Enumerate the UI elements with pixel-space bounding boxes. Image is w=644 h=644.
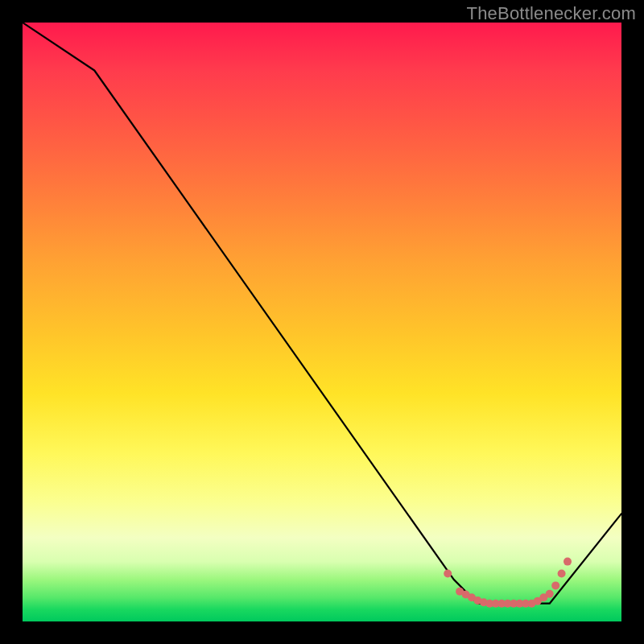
curve-svg — [23, 23, 621, 621]
sweet-spot-dot — [564, 558, 572, 566]
attribution-text: TheBottlenecker.com — [467, 3, 636, 24]
sweet-spot-dot — [558, 570, 566, 578]
bottleneck-curve — [23, 23, 621, 604]
sweet-spot-dot — [551, 581, 559, 589]
plot-area — [23, 23, 621, 621]
sweet-spot-dot — [444, 570, 452, 578]
chart-frame: TheBottlenecker.com — [0, 0, 644, 644]
sweet-spot-dot — [546, 590, 554, 598]
